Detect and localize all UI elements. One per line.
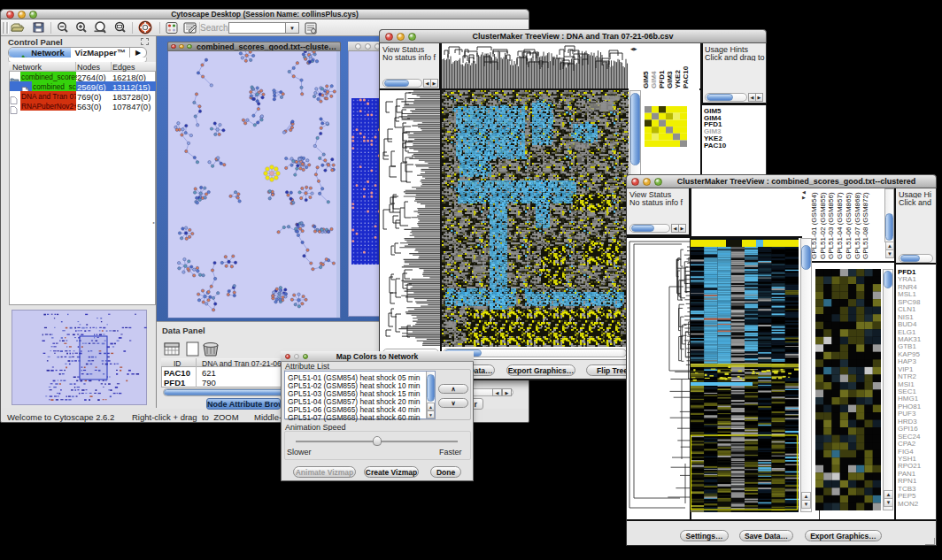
svg-text:GPL51-03 (GSM856): GPL51-03 (GSM856) — [827, 192, 835, 259]
svg-text:GPL51-07 (GSM868): GPL51-07 (GSM868) — [853, 192, 861, 259]
svg-text:GPL51-06 (GSM865): GPL51-06 (GSM865) — [845, 192, 853, 259]
svg-text:GIM4: GIM4 — [650, 71, 658, 88]
svg-text:PAC10: PAC10 — [682, 65, 690, 88]
svg-text:GIM5: GIM5 — [642, 71, 650, 88]
svg-text:GPL51-02 (GSM855): GPL51-02 (GSM855) — [819, 192, 827, 259]
svg-text:YKE2: YKE2 — [674, 70, 682, 88]
svg-text:GPL51-04 (GSM857): GPL51-04 (GSM857) — [836, 192, 844, 259]
svg-text:GPL51-08 (GSM872): GPL51-08 (GSM872) — [861, 192, 869, 259]
svg-text:PFD1: PFD1 — [658, 70, 666, 88]
svg-text:GIM3: GIM3 — [666, 71, 674, 88]
